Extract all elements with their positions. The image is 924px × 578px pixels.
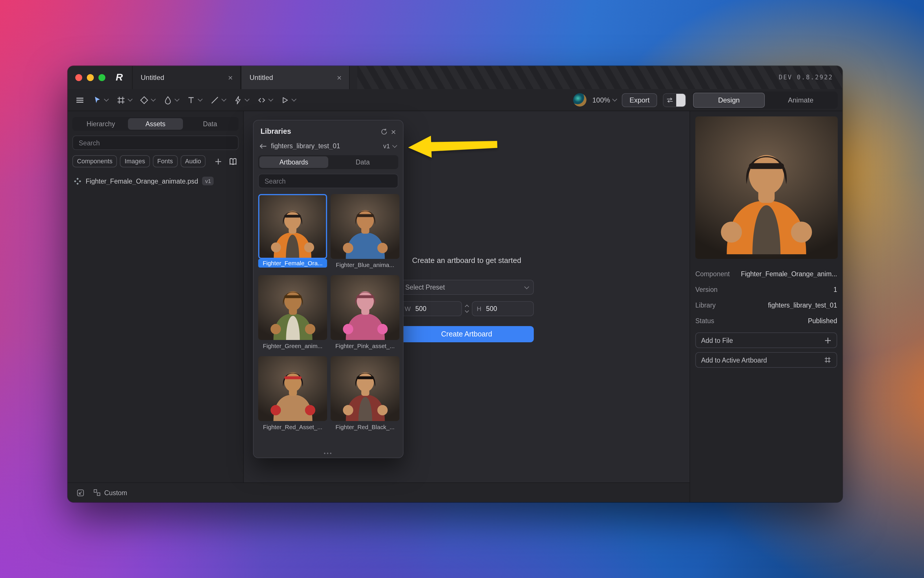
library-search-input[interactable]	[263, 177, 393, 185]
chevron-down-icon[interactable]	[292, 97, 297, 101]
assets-search[interactable]	[72, 136, 238, 150]
plus-icon	[215, 158, 222, 165]
artboard-item[interactable]: Fighter_Red_Asset_...	[258, 356, 327, 432]
panel-toggle[interactable]	[663, 93, 686, 107]
chevron-down-icon[interactable]	[175, 97, 179, 101]
back-arrow-icon[interactable]	[259, 143, 267, 149]
property-row: Library fighters_library_test_01	[695, 297, 837, 313]
panel-resize-handle[interactable]: •••	[254, 451, 403, 456]
height-label: H	[477, 305, 481, 312]
caret-up-icon	[465, 305, 468, 309]
shapes-tool[interactable]	[137, 93, 158, 107]
asset-filters: Components Images Fonts Audio	[72, 155, 238, 167]
zoom-control[interactable]: 100%	[592, 96, 616, 104]
preset-select[interactable]: Select Preset	[399, 280, 534, 295]
tab-label: Untitled	[141, 73, 226, 82]
zoom-window-button[interactable]	[99, 74, 105, 81]
chevron-down-icon[interactable]	[268, 97, 273, 101]
height-input[interactable]	[485, 305, 528, 313]
add-to-file-button[interactable]: Add to File	[695, 333, 837, 348]
minimize-window-button[interactable]	[87, 74, 94, 81]
artboard-item[interactable]: Fighter_Pink_asset_...	[331, 275, 399, 351]
tab-animate[interactable]: Animate	[765, 93, 836, 107]
refresh-button[interactable]	[378, 126, 390, 137]
tab-assets[interactable]: Assets	[128, 118, 183, 130]
asset-item[interactable]: Fighter_Female_Orange_animate.psd v1	[73, 177, 238, 185]
fill-tool[interactable]	[160, 93, 181, 107]
traffic-lights	[75, 74, 105, 81]
line-tool[interactable]	[207, 93, 228, 107]
artboard-thumbnail	[258, 275, 327, 340]
app-logo: R	[112, 71, 127, 84]
tab-label: Untitled	[250, 73, 335, 82]
tab-data[interactable]: Data	[183, 118, 237, 130]
width-field[interactable]: W	[399, 301, 462, 316]
artboard-item[interactable]: Fighter_Female_Ora...	[258, 194, 327, 269]
artboard-tool[interactable]	[113, 93, 134, 107]
chevron-down-icon[interactable]	[222, 97, 226, 101]
empty-state-title: Create an artboard to get started	[380, 256, 553, 265]
events-tool[interactable]	[230, 93, 251, 107]
libraries-header: Libraries ×	[254, 120, 403, 140]
dimension-stepper[interactable]	[465, 305, 468, 312]
artboard-item[interactable]: Fighter_Blue_anima...	[331, 194, 399, 269]
document-tab[interactable]: Untitled ×	[132, 66, 241, 89]
artboard-item[interactable]: Fighter_Red_Black_...	[331, 356, 399, 432]
libraries-button[interactable]	[227, 156, 238, 167]
height-field[interactable]: H	[472, 301, 534, 316]
bottom-bar: Custom	[68, 482, 689, 502]
assets-search-input[interactable]	[78, 139, 233, 147]
custom-button[interactable]: Custom	[93, 489, 127, 496]
document-tabs: Untitled × Untitled ×	[132, 66, 350, 89]
chevron-down-icon[interactable]	[198, 97, 203, 101]
export-button[interactable]: Export	[622, 93, 657, 107]
artboard-label: Fighter_Female_Ora...	[258, 259, 327, 268]
tab-close-icon[interactable]: ×	[226, 73, 235, 82]
add-to-active-artboard-button[interactable]: Add to Active Artboard	[695, 352, 837, 368]
fighter-illustration	[264, 280, 322, 340]
chevron-down-icon[interactable]	[128, 97, 132, 101]
artboard-item[interactable]: Fighter_Green_anim...	[258, 275, 327, 351]
select-tool[interactable]	[90, 93, 111, 107]
tab-library-data[interactable]: Data	[328, 156, 397, 168]
tab-close-icon[interactable]: ×	[335, 73, 343, 82]
filter-images[interactable]: Images	[120, 155, 150, 167]
fighter-illustration	[336, 199, 394, 259]
tab-hierarchy[interactable]: Hierarchy	[73, 118, 128, 130]
library-search[interactable]	[258, 174, 398, 188]
close-window-button[interactable]	[75, 74, 82, 81]
chevron-down-icon[interactable]	[245, 97, 250, 101]
dev-stripes	[357, 66, 842, 89]
chevron-down-icon[interactable]	[151, 97, 156, 101]
swap-arrows-icon	[663, 94, 676, 106]
import-icon	[76, 489, 84, 497]
filter-audio[interactable]: Audio	[180, 155, 206, 167]
artboard-grid: Fighter_Female_Ora... Fighter_Blue_anima…	[254, 188, 403, 432]
chevron-down-icon[interactable]	[104, 97, 109, 101]
close-panel-button[interactable]: ×	[390, 128, 397, 135]
menu-button[interactable]	[72, 93, 88, 107]
user-avatar[interactable]	[573, 93, 587, 107]
library-breadcrumb: fighters_library_test_01 v1	[254, 140, 403, 151]
filter-components[interactable]: Components	[72, 155, 117, 167]
artboard-frame-icon	[116, 95, 125, 104]
add-asset-button[interactable]	[212, 156, 224, 167]
document-tab-active[interactable]: Untitled ×	[241, 66, 350, 89]
chevron-down-icon	[392, 143, 397, 148]
property-row: Version 1	[695, 281, 837, 297]
libraries-tabs: Artboards Data	[258, 155, 398, 169]
text-tool[interactable]	[183, 93, 205, 107]
tab-design[interactable]: Design	[693, 93, 765, 107]
width-input[interactable]	[414, 305, 457, 313]
component-preview	[695, 117, 838, 259]
code-tool[interactable]	[254, 93, 275, 107]
create-artboard-button[interactable]: Create Artboard	[399, 326, 534, 342]
filter-fonts[interactable]: Fonts	[152, 155, 177, 167]
toolbar: 100% Export Design Animate	[68, 89, 842, 111]
import-button[interactable]	[75, 487, 86, 498]
tab-artboards[interactable]: Artboards	[259, 156, 328, 168]
play-tool[interactable]	[277, 93, 298, 107]
library-version-dropdown[interactable]: v1	[383, 143, 396, 149]
component-properties: Component Fighter_Female_Orange_anim... …	[695, 266, 837, 328]
artboard-label: Fighter_Pink_asset_...	[331, 342, 399, 351]
